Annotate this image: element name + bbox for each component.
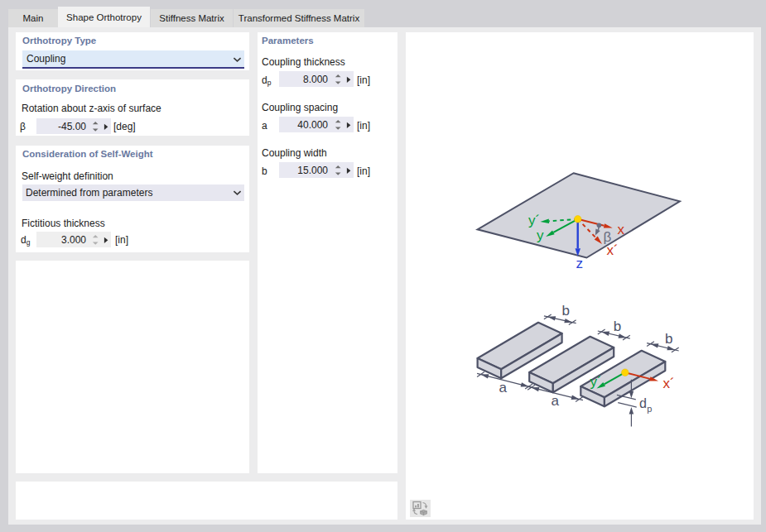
- svg-text:b: b: [614, 319, 621, 334]
- svg-text:p: p: [647, 404, 652, 414]
- svg-text:y: y: [537, 228, 544, 243]
- svg-text:a: a: [499, 380, 508, 395]
- svg-text:y´: y´: [528, 213, 540, 228]
- svg-text:b: b: [665, 331, 672, 347]
- svg-text:x: x: [618, 222, 625, 237]
- svg-text:β: β: [603, 229, 611, 245]
- svg-text:x´: x´: [663, 376, 675, 391]
- svg-text:a: a: [552, 393, 560, 409]
- svg-text:b: b: [562, 303, 570, 319]
- svg-text:d: d: [639, 396, 647, 410]
- svg-text:z: z: [576, 256, 584, 271]
- svg-text:y´: y´: [590, 374, 602, 390]
